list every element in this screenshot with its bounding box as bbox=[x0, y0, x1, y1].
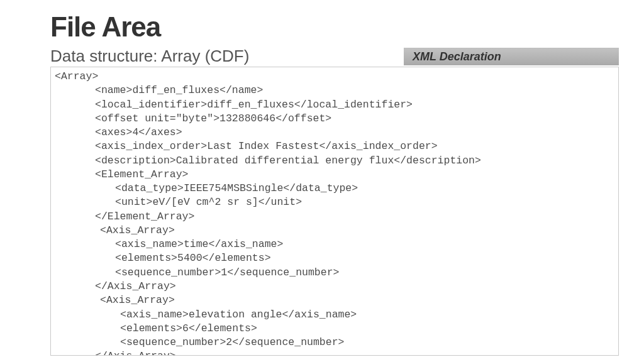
code-line: <Array> bbox=[55, 70, 614, 84]
code-line: <elements>6</elements> bbox=[55, 322, 614, 336]
code-line: <offset unit="byte">132880646</offset> bbox=[55, 112, 614, 126]
code-box: <Array><name>diff_en_fluxes</name><local… bbox=[50, 67, 619, 356]
code-line: <Axis_Array> bbox=[55, 224, 614, 238]
code-line: <Element_Array> bbox=[55, 168, 614, 182]
code-line: <description>Calibrated differential ene… bbox=[55, 154, 614, 168]
subtitle-row: Data structure: Array (CDF) XML Declarat… bbox=[50, 47, 619, 65]
code-line: <sequence_number>2</sequence_number> bbox=[55, 336, 614, 349]
code-line: <Axis_Array> bbox=[55, 293, 614, 307]
code-line: <axis_name>elevation angle</axis_name> bbox=[55, 308, 614, 322]
code-line: <data_type>IEEE754MSBSingle</data_type> bbox=[55, 182, 614, 195]
code-line: <axis_index_order>Last Index Fastest</ax… bbox=[55, 140, 614, 153]
code-line: <local_identifier>diff_en_fluxes</local_… bbox=[55, 98, 614, 112]
code-line: <sequence_number>1</sequence_number> bbox=[55, 266, 614, 280]
code-line: <elements>5400</elements> bbox=[55, 251, 614, 265]
code-line: </Axis_Array> bbox=[55, 349, 614, 356]
xml-declaration-label: XML Declaration bbox=[404, 48, 619, 65]
code-line: <name>diff_en_fluxes</name> bbox=[55, 84, 614, 97]
code-line: </Axis_Array> bbox=[55, 280, 614, 293]
code-line: <axes>4</axes> bbox=[55, 126, 614, 140]
code-line: </Element_Array> bbox=[55, 210, 614, 224]
code-line: <unit>eV/[eV cm^2 sr s]</unit> bbox=[55, 195, 614, 209]
page-title: File Area bbox=[50, 11, 619, 43]
code-line: <axis_name>time</axis_name> bbox=[55, 238, 614, 251]
